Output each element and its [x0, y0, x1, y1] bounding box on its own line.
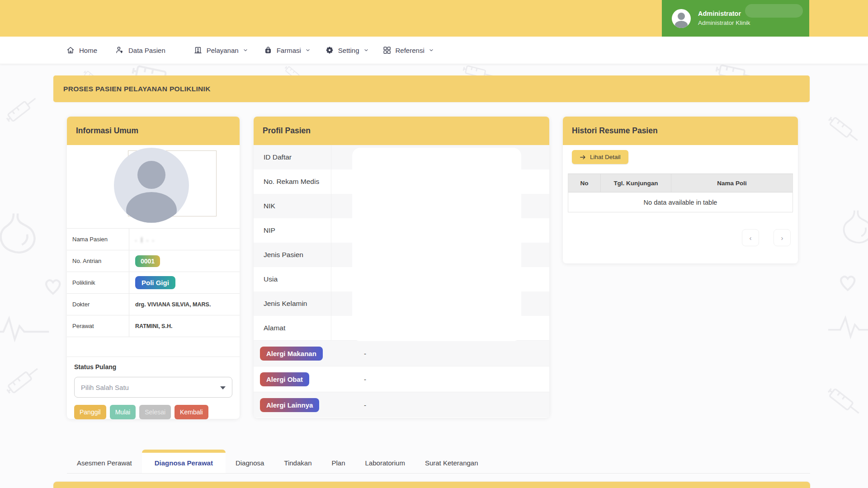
profil-label: NIK [254, 194, 331, 218]
panel-informasi-umum: Informasi Umum Nama Pasien . | . . No. A… [67, 117, 240, 419]
pagination-next-button[interactable]: › [774, 229, 791, 246]
queue-number-badge: 0001 [135, 255, 160, 267]
empty-row [67, 337, 240, 357]
info-row-dokter: Dokter drg. VIVIANA SILVIA, MARS. [67, 294, 240, 315]
arrow-right-icon [580, 155, 586, 160]
panel-histori-resume: Histori Resume Pasien Lihat Detail No Tg… [563, 117, 798, 263]
nav-label: Farmasi [277, 47, 301, 54]
patient-avatar [114, 148, 189, 227]
info-label: No. Antrian [67, 250, 129, 272]
chevron-down-icon [220, 386, 226, 389]
profil-label: Usia [254, 267, 331, 291]
alergi-makanan-badge: Alergi Makanan [260, 347, 323, 361]
profil-label: ID Daftar [254, 145, 331, 169]
patient-name-redacted: . | . . [129, 236, 240, 243]
info-label: Poliklinik [67, 272, 129, 293]
info-label: Perawat [67, 315, 129, 337]
admin-profile-badge[interactable]: Administrator Administrator Klinik [662, 0, 809, 37]
home-icon [66, 46, 75, 55]
admin-name: Administrator [698, 9, 750, 19]
info-label: Nama Pasien [67, 229, 129, 250]
panggil-button[interactable]: Panggil [74, 405, 106, 419]
nav-label: Pelayanan [207, 47, 239, 54]
panel-title: Informasi Umum [76, 126, 138, 136]
admin-avatar [672, 9, 691, 28]
select-placeholder: Pilih Salah Satu [81, 384, 129, 391]
patient-icon [115, 46, 124, 55]
tab-laboratorium[interactable]: Laboratorium [355, 453, 415, 473]
histori-table: No Tgl. Kunjungan Nama Poli No data avai… [568, 174, 793, 212]
tab-diagnosa-perawat[interactable]: Diagnosa Perawat [142, 453, 226, 473]
selesai-button[interactable]: Selesai [139, 405, 171, 419]
nav-item-farmasi[interactable]: Farmasi [264, 46, 311, 55]
page-title: PROSES PASIEN PELAYANAN POLIKLINIK [63, 85, 211, 93]
col-tgl-kunjungan: Tgl. Kunjungan [601, 174, 671, 192]
grid-icon [382, 46, 392, 55]
hospital-icon [193, 46, 203, 55]
info-row-nama-pasien: Nama Pasien . | . . [67, 229, 240, 250]
nav-label: Setting [338, 47, 359, 54]
tab-tindakan[interactable]: Tindakan [274, 453, 321, 473]
nav-item-referensi[interactable]: Referensi [382, 46, 434, 55]
nurse-name: RATMINI, S.H. [129, 323, 240, 329]
alergi-obat-badge: Alergi Obat [260, 372, 309, 386]
tab-plan[interactable]: Plan [322, 453, 355, 473]
admin-role: Administrator Klinik [698, 19, 750, 28]
alergi-value: - [364, 350, 366, 357]
patient-data-redaction [352, 148, 521, 341]
alergi-lainnya-row: Alergi Lainnya - [254, 392, 549, 418]
mulai-button[interactable]: Mulai [110, 405, 136, 419]
info-row-no-antrian: No. Antrian 0001 [67, 250, 240, 272]
profil-label: No. Rekam Medis [254, 169, 331, 194]
tab-asesmen-perawat[interactable]: Asesmen Perawat [67, 453, 142, 473]
status-pulang-label: Status Pulang [74, 363, 232, 371]
col-no: No [568, 174, 601, 192]
nav-label: Home [79, 47, 97, 54]
clinical-tabs: Asesmen Perawat Diagnosa Perawat Diagnos… [67, 453, 810, 474]
poliklinik-badge: Poli Gigi [135, 276, 175, 289]
profil-label: Alamat [254, 316, 331, 340]
nav-item-pelayanan[interactable]: Pelayanan [193, 46, 248, 55]
nav-item-home[interactable]: Home [66, 46, 97, 55]
alergi-makanan-row: Alergi Makanan - [254, 340, 549, 366]
panel-informasi-header: Informasi Umum [67, 117, 240, 145]
alergi-value: - [364, 401, 366, 409]
info-label: Dokter [67, 294, 129, 315]
profil-label: Jenis Kelamin [254, 291, 331, 316]
chevron-down-icon [429, 47, 434, 53]
tab-surat-keterangan[interactable]: Surat Keterangan [415, 453, 488, 473]
main-navbar: Home Data Pasien Pelayanan [0, 37, 868, 64]
panel-histori-header: Histori Resume Pasien [563, 117, 798, 145]
profil-label: Jenis Pasien [254, 243, 331, 267]
alergi-obat-row: Alergi Obat - [254, 366, 549, 392]
info-row-perawat: Perawat RATMINI, S.H. [67, 315, 240, 337]
tab-diagnosa[interactable]: Diagnosa [226, 453, 274, 473]
histori-table-header: No Tgl. Kunjungan Nama Poli [568, 174, 793, 192]
alergi-value: - [364, 375, 366, 383]
nav-label: Data Pasien [128, 47, 165, 54]
next-section-header [53, 482, 810, 488]
panel-title: Histori Resume Pasien [572, 126, 658, 136]
col-nama-poli: Nama Poli [671, 174, 793, 192]
alergi-lainnya-badge: Alergi Lainnya [260, 398, 319, 412]
nav-item-data-pasien[interactable]: Data Pasien [115, 46, 165, 55]
doctor-name: drg. VIVIANA SILVIA, MARS. [129, 301, 240, 308]
nav-label: Referensi [396, 47, 425, 54]
panel-profil-pasien: Profil Pasien ID Daftar No. Rekam Medis … [254, 117, 549, 418]
nav-item-setting[interactable]: Setting [325, 46, 369, 55]
admin-name-redaction [745, 4, 803, 18]
table-empty-message: No data available in table [568, 192, 793, 212]
gear-icon [325, 46, 334, 55]
info-row-poliklinik: Poliklinik Poli Gigi [67, 272, 240, 294]
lihat-detail-button[interactable]: Lihat Detail [572, 150, 628, 164]
pagination-prev-button[interactable]: ‹ [742, 229, 759, 246]
status-pulang-select[interactable]: Pilih Salah Satu [74, 377, 232, 398]
page-banner: PROSES PASIEN PELAYANAN POLIKLINIK [53, 75, 810, 102]
topbar: Administrator Administrator Klinik [0, 0, 868, 37]
chevron-down-icon [243, 47, 248, 53]
chevron-down-icon [363, 47, 369, 53]
chevron-down-icon [305, 47, 311, 53]
kembali-button[interactable]: Kembali [175, 405, 208, 419]
lihat-detail-label: Lihat Detail [590, 154, 621, 160]
panel-profil-header: Profil Pasien [254, 117, 549, 145]
